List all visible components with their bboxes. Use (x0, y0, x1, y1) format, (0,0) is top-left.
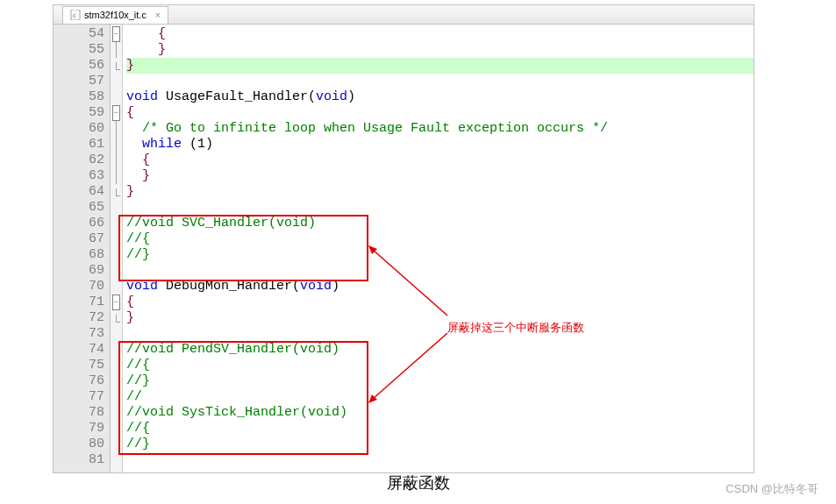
line-number: 74 (54, 342, 104, 358)
code-line[interactable]: //{ (126, 421, 754, 437)
code-line[interactable]: while (1) (126, 137, 754, 153)
line-number: 61 (54, 137, 104, 153)
line-number: 57 (54, 74, 104, 89)
line-number: 76 (54, 373, 104, 389)
fold-marker[interactable] (111, 310, 122, 326)
fold-marker[interactable] (111, 168, 122, 184)
fold-marker[interactable] (111, 373, 122, 389)
line-number: 58 (54, 89, 104, 105)
fold-marker[interactable] (111, 452, 122, 468)
fold-marker[interactable] (111, 389, 122, 405)
fold-marker[interactable] (111, 216, 122, 231)
fold-marker[interactable] (111, 247, 122, 263)
tab-bar: c stm32f10x_it.c × (54, 5, 754, 25)
code-line[interactable]: //} (126, 247, 754, 263)
line-number: 68 (54, 247, 104, 263)
fold-marker[interactable] (111, 74, 122, 89)
code-content[interactable]: { }}void UsageFault_Handler(void){ /* Go… (123, 25, 754, 472)
line-number: 69 (54, 263, 104, 279)
code-line[interactable]: } (126, 184, 754, 200)
line-number: 65 (54, 200, 104, 216)
code-line[interactable]: { (126, 153, 754, 168)
code-line[interactable] (126, 200, 754, 216)
code-editor: c stm32f10x_it.c × 545556575859606162636… (53, 4, 754, 473)
fold-marker[interactable] (111, 184, 122, 200)
code-line[interactable]: //} (126, 437, 754, 452)
fold-marker[interactable]: − (111, 295, 122, 310)
line-number: 73 (54, 326, 104, 342)
fold-marker[interactable] (111, 42, 122, 58)
fold-marker[interactable] (111, 58, 122, 74)
code-line[interactable]: //} (126, 373, 754, 389)
line-number: 70 (54, 279, 104, 295)
code-line[interactable]: //void SVC_Handler(void) (126, 216, 754, 231)
code-line[interactable] (126, 74, 754, 89)
line-number: 77 (54, 389, 104, 405)
code-line[interactable]: /* Go to infinite loop when Usage Fault … (126, 121, 754, 137)
line-number: 64 (54, 184, 104, 200)
fold-gutter: −−− (111, 25, 123, 472)
fold-marker[interactable]: − (111, 26, 122, 42)
line-number: 56 (54, 58, 104, 74)
code-line[interactable]: } (126, 310, 754, 326)
svg-text:c: c (73, 12, 76, 18)
code-area[interactable]: 5455565758596061626364656667686970717273… (54, 25, 754, 472)
fold-marker[interactable] (111, 137, 122, 153)
fold-marker[interactable] (111, 279, 122, 295)
line-number: 71 (54, 295, 104, 310)
fold-marker[interactable]: − (111, 105, 122, 121)
caption: 屏蔽函数 (0, 472, 836, 493)
code-line[interactable] (126, 452, 754, 468)
fold-marker[interactable] (111, 153, 122, 168)
code-line[interactable]: //{ (126, 358, 754, 373)
annotation-text: 屏蔽掉这三个中断服务函数 (447, 320, 584, 336)
line-number: 55 (54, 42, 104, 58)
tab-filename: stm32f10x_it.c (84, 10, 146, 20)
close-icon[interactable]: × (155, 11, 161, 20)
fold-marker[interactable] (111, 405, 122, 421)
code-line[interactable] (126, 326, 754, 342)
fold-marker[interactable] (111, 421, 122, 437)
line-number: 66 (54, 216, 104, 231)
code-line[interactable]: void DebugMon_Handler(void) (126, 279, 754, 295)
code-line[interactable]: } (126, 58, 754, 74)
watermark: CSDN @比特冬哥 (725, 481, 818, 497)
line-number: 63 (54, 168, 104, 184)
code-line[interactable]: //{ (126, 231, 754, 247)
code-line[interactable]: { (126, 105, 754, 121)
fold-marker[interactable] (111, 121, 122, 137)
fold-marker[interactable] (111, 437, 122, 452)
line-number: 78 (54, 405, 104, 421)
fold-marker[interactable] (111, 200, 122, 216)
line-number: 59 (54, 105, 104, 121)
line-number: 72 (54, 310, 104, 326)
fold-marker[interactable] (111, 263, 122, 279)
fold-marker[interactable] (111, 358, 122, 373)
fold-marker[interactable] (111, 326, 122, 342)
code-line[interactable]: void UsageFault_Handler(void) (126, 89, 754, 105)
fold-marker[interactable] (111, 89, 122, 105)
fold-marker[interactable] (111, 342, 122, 358)
code-line[interactable]: { (126, 26, 754, 42)
code-line[interactable]: } (126, 168, 754, 184)
line-number: 80 (54, 437, 104, 452)
line-number-gutter: 5455565758596061626364656667686970717273… (54, 25, 111, 472)
line-number: 67 (54, 231, 104, 247)
c-file-icon: c (70, 10, 81, 20)
line-number: 54 (54, 26, 104, 42)
fold-marker[interactable] (111, 231, 122, 247)
line-number: 75 (54, 358, 104, 373)
code-line[interactable]: //void PendSV_Handler(void) (126, 342, 754, 358)
code-line[interactable]: // (126, 389, 754, 405)
line-number: 62 (54, 153, 104, 168)
code-line[interactable] (126, 263, 754, 279)
code-line[interactable]: //void SysTick_Handler(void) (126, 405, 754, 421)
file-tab[interactable]: c stm32f10x_it.c × (62, 6, 168, 24)
line-number: 60 (54, 121, 104, 137)
line-number: 79 (54, 421, 104, 437)
code-line[interactable]: { (126, 295, 754, 310)
code-line[interactable]: } (126, 42, 754, 58)
line-number: 81 (54, 452, 104, 468)
